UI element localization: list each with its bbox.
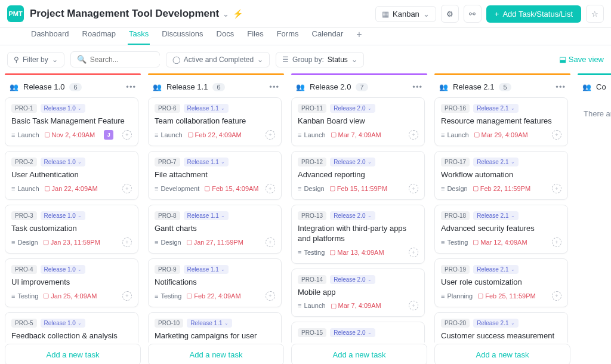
task-stage: ≡Testing: [298, 249, 325, 256]
add-task-link[interactable]: Add a new task: [148, 344, 284, 364]
tab-tasks[interactable]: Tasks: [128, 26, 150, 45]
status-filter-button[interactable]: ◯ Active and Completed ⌄: [166, 52, 270, 67]
column-menu-icon[interactable]: •••: [126, 82, 136, 91]
column-header[interactable]: 👥Co•••: [578, 79, 611, 97]
calendar-icon: ▢: [474, 131, 480, 138]
release-tag[interactable]: Release 2.1⌄: [473, 104, 518, 113]
release-tag[interactable]: Release 2.0⌄: [330, 211, 375, 220]
tab-docs[interactable]: Docs: [215, 26, 236, 45]
task-card[interactable]: PRO-8Release 1.1⌄Gantt charts≡Design▢Jan…: [148, 205, 282, 254]
task-card[interactable]: PRO-18Release 2.1⌄Advanced security feat…: [434, 205, 568, 254]
release-tag[interactable]: Release 2.1⌄: [473, 265, 518, 274]
add-assignee-icon[interactable]: +: [552, 130, 561, 140]
tab-forms[interactable]: Forms: [276, 26, 300, 45]
release-tag[interactable]: Release 2.0⌄: [330, 104, 375, 113]
task-card[interactable]: PRO-15Release 2.0⌄User training≡Planning…: [291, 322, 425, 343]
add-assignee-icon[interactable]: +: [122, 130, 132, 140]
add-assignee-icon[interactable]: +: [409, 184, 418, 193]
task-card[interactable]: PRO-11Release 2.0⌄Kanban Board view≡Laun…: [291, 97, 425, 146]
release-tag[interactable]: Release 1.1⌄: [184, 265, 229, 274]
column-menu-icon[interactable]: •••: [269, 82, 279, 91]
release-tag[interactable]: Release 2.1⌄: [473, 211, 518, 220]
add-assignee-icon[interactable]: +: [266, 237, 275, 247]
add-task-link[interactable]: Add a new task: [5, 344, 141, 364]
task-card[interactable]: PRO-3Release 1.0⌄Task customization≡Desi…: [5, 205, 138, 254]
favorite-button[interactable]: ☆: [586, 5, 604, 23]
list-icon: ≡: [298, 185, 301, 192]
add-assignee-icon[interactable]: +: [409, 130, 418, 140]
add-assignee-icon[interactable]: +: [122, 291, 132, 301]
task-stage: ≡Testing: [155, 292, 181, 300]
settings-button[interactable]: ⚙: [441, 5, 459, 23]
project-title[interactable]: Project Management Tool Development: [30, 8, 219, 20]
task-card[interactable]: PRO-9Release 1.1⌄Notifications≡Testing▢F…: [148, 258, 282, 307]
chevron-down-icon[interactable]: ⌄: [223, 10, 229, 18]
release-tag[interactable]: Release 2.1⌄: [473, 158, 518, 166]
task-card[interactable]: PRO-12Release 2.0⌄Advanced reporting≡Des…: [291, 151, 425, 200]
groupby-button[interactable]: ☰ Group by: Status ⌄: [276, 52, 364, 67]
save-view-button[interactable]: ⬓ Save view: [559, 55, 604, 64]
task-card[interactable]: PRO-19Release 2.1⌄User role customizatio…: [434, 258, 568, 307]
add-assignee-icon[interactable]: +: [409, 301, 418, 310]
add-assignee-icon[interactable]: +: [266, 184, 275, 193]
add-task-link[interactable]: Add a new task: [291, 344, 427, 364]
task-card[interactable]: PRO-2Release 1.0⌄User Authentication≡Lau…: [5, 151, 138, 200]
add-task-button[interactable]: + Add Task/Status/List: [486, 5, 581, 23]
add-assignee-icon[interactable]: +: [266, 291, 275, 301]
add-tab-button[interactable]: +: [355, 26, 363, 45]
column-header[interactable]: 👥Release 1.16•••: [148, 79, 284, 97]
task-card[interactable]: PRO-16Release 2.1⌄Resource management fe…: [434, 97, 568, 146]
release-tag[interactable]: Release 1.0⌄: [41, 319, 85, 328]
tab-discussions[interactable]: Discussions: [161, 26, 204, 45]
add-assignee-icon[interactable]: +: [552, 237, 561, 247]
task-card[interactable]: PRO-17Release 2.1⌄Workflow automation≡De…: [434, 151, 568, 200]
view-dropdown[interactable]: ▦ Kanban ⌄: [375, 6, 436, 22]
search-input-wrap[interactable]: 🔍: [70, 51, 160, 67]
add-task-link[interactable]: Add a new task: [434, 344, 570, 364]
release-tag[interactable]: Release 1.1⌄: [184, 158, 229, 166]
add-assignee-icon[interactable]: +: [409, 248, 418, 257]
list-icon: ≡: [155, 185, 158, 192]
tab-dashboard[interactable]: Dashboard: [30, 26, 70, 45]
release-tag[interactable]: Release 1.0⌄: [41, 158, 85, 166]
tab-files[interactable]: Files: [246, 26, 264, 45]
task-card[interactable]: PRO-1Release 1.0⌄Basic Task Management F…: [5, 97, 138, 146]
release-tag[interactable]: Release 1.0⌄: [41, 265, 85, 274]
column-header[interactable]: 👥Release 1.06•••: [5, 79, 141, 97]
release-tag[interactable]: Release 1.0⌄: [41, 104, 85, 113]
add-assignee-icon[interactable]: +: [122, 237, 132, 247]
task-card[interactable]: PRO-10Release 1.1⌄Marketing campaigns fo…: [148, 312, 282, 343]
column-menu-icon[interactable]: •••: [412, 82, 422, 91]
release-tag[interactable]: Release 2.0⌄: [330, 158, 375, 166]
release-tag[interactable]: Release 1.1⌄: [184, 104, 229, 113]
release-tag[interactable]: Release 1.1⌄: [187, 319, 232, 328]
calendar-icon: ▢: [43, 238, 49, 246]
add-assignee-icon[interactable]: +: [552, 184, 561, 193]
task-card[interactable]: PRO-6Release 1.1⌄Team collaboration feat…: [148, 97, 282, 146]
task-card[interactable]: PRO-5Release 1.0⌄Feedback collection & a…: [5, 312, 138, 343]
task-card[interactable]: PRO-14Release 2.0⌄Mobile app≡Launch▢Mar …: [291, 269, 425, 317]
release-tag[interactable]: Release 1.1⌄: [184, 211, 229, 220]
release-tag[interactable]: Release 2.1⌄: [473, 319, 518, 328]
avatar[interactable]: J: [104, 130, 113, 140]
tab-roadmap[interactable]: Roadmap: [81, 26, 117, 45]
filter-button[interactable]: ⚲ Filter by ⌄: [7, 52, 64, 67]
task-card[interactable]: PRO-7Release 1.1⌄File attachment≡Develop…: [148, 151, 282, 200]
release-tag[interactable]: Release 2.0⌄: [330, 275, 375, 284]
column-menu-icon[interactable]: •••: [556, 82, 566, 91]
add-assignee-icon[interactable]: +: [552, 291, 561, 301]
column-header[interactable]: 👥Release 2.07•••: [291, 79, 427, 97]
add-assignee-icon[interactable]: +: [122, 184, 132, 193]
add-assignee-icon[interactable]: +: [266, 130, 275, 140]
release-tag[interactable]: Release 2.0⌄: [330, 328, 375, 337]
column-header[interactable]: 👥Release 2.15•••: [434, 79, 570, 97]
task-date: ▢Mar 7, 4:09AM: [331, 302, 381, 310]
task-card[interactable]: PRO-13Release 2.0⌄Integration with third…: [291, 205, 425, 264]
task-card[interactable]: PRO-4Release 1.0⌄UI improvements≡Testing…: [5, 258, 138, 307]
tab-calendar[interactable]: Calendar: [311, 26, 345, 45]
task-title: Basic Task Management Feature: [11, 116, 132, 127]
share-button[interactable]: ⚯: [464, 5, 482, 23]
release-tag[interactable]: Release 1.0⌄: [41, 211, 85, 220]
bolt-icon[interactable]: ⚡: [233, 9, 243, 18]
task-card[interactable]: PRO-20Release 2.1⌄Customer success measu…: [434, 312, 568, 343]
